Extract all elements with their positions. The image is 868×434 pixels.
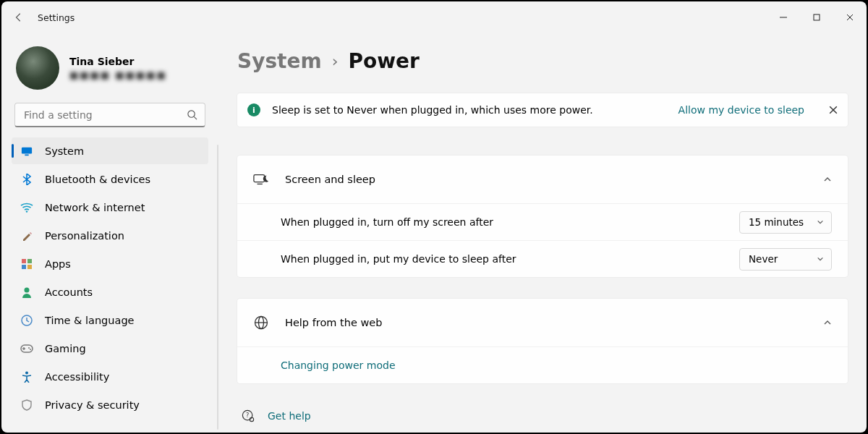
breadcrumb: System › Power <box>237 49 848 73</box>
chevron-down-icon <box>817 218 824 226</box>
titlebar-left: Settings <box>13 12 75 23</box>
card-title: Screen and sleep <box>285 174 807 185</box>
app-title: Settings <box>38 12 75 23</box>
svg-rect-8 <box>27 265 32 269</box>
bluetooth-icon <box>20 173 33 186</box>
user-block[interactable]: Tina Sieber ■■■■ ■■■■■ <box>1 36 218 103</box>
user-text: Tina Sieber ■■■■ ■■■■■ <box>69 56 167 80</box>
minimize-button[interactable] <box>767 1 800 33</box>
svg-point-9 <box>25 287 30 292</box>
row-label: When plugged in, turn off my screen afte… <box>281 216 739 228</box>
info-notice: i Sleep is set to Never when plugged in,… <box>237 93 848 127</box>
sleep-after-select[interactable]: Never <box>739 248 832 271</box>
screen-off-row: When plugged in, turn off my screen afte… <box>237 203 848 240</box>
svg-point-1 <box>188 111 195 117</box>
close-icon <box>829 106 838 114</box>
sidebar-scrollbar[interactable] <box>217 145 218 430</box>
get-help-link[interactable]: ? Get help <box>237 405 848 433</box>
allow-sleep-link[interactable]: Allow my device to sleep <box>678 104 804 116</box>
close-button[interactable] <box>833 1 867 33</box>
search-icon <box>187 109 197 120</box>
help-chat-icon: ? <box>242 409 255 422</box>
sidebar-item-label: Bluetooth & devices <box>45 174 150 185</box>
screen-and-sleep-card: Screen and sleep When plugged in, turn o… <box>237 156 848 277</box>
shield-icon <box>20 399 33 412</box>
titlebar: Settings <box>1 1 867 33</box>
accessibility-icon <box>20 370 33 383</box>
chevron-up-icon <box>823 318 832 327</box>
chevron-right-icon: › <box>332 52 339 70</box>
info-icon: i <box>247 103 260 116</box>
svg-text:?: ? <box>246 412 249 419</box>
svg-rect-5 <box>22 259 26 263</box>
sidebar-item-label: Apps <box>45 258 71 270</box>
sidebar-item-time-language[interactable]: Time & language <box>12 307 208 333</box>
gamepad-icon <box>20 342 33 355</box>
dismiss-notice-button[interactable] <box>829 106 838 114</box>
sidebar-item-bluetooth-devices[interactable]: Bluetooth & devices <box>12 166 208 192</box>
window-controls <box>767 1 867 33</box>
arrow-left-icon <box>14 12 24 22</box>
svg-rect-3 <box>25 154 28 156</box>
sidebar-item-label: Privacy & security <box>45 399 140 411</box>
card-title: Help from the web <box>285 317 807 328</box>
svg-rect-6 <box>27 259 32 263</box>
globe-icon <box>253 315 269 331</box>
svg-rect-15 <box>254 175 265 182</box>
sidebar-item-label: Gaming <box>45 343 86 354</box>
svg-rect-7 <box>22 265 26 269</box>
sidebar-item-accessibility[interactable]: Accessibility <box>12 363 208 390</box>
svg-point-4 <box>26 210 27 212</box>
chevron-down-icon <box>817 255 824 263</box>
sidebar-item-label: Accounts <box>45 286 93 298</box>
sidebar-item-system[interactable]: System <box>12 137 208 164</box>
sidebar-item-privacy-security[interactable]: Privacy & security <box>12 391 208 418</box>
clock-icon <box>20 314 33 327</box>
row-label: When plugged in, put my device to sleep … <box>281 253 739 265</box>
settings-window: Settings Tina Sieber ■■■■ ■■■■■ <box>1 1 867 433</box>
sidebar-item-label: Network & internet <box>45 202 145 213</box>
minimize-icon <box>780 14 787 21</box>
select-value: 15 minutes <box>749 216 804 228</box>
sidebar-item-label: Time & language <box>45 315 135 326</box>
page-title: Power <box>348 49 419 73</box>
apps-icon <box>20 258 33 271</box>
screen-and-sleep-header[interactable]: Screen and sleep <box>237 156 848 203</box>
sidebar-item-accounts[interactable]: Accounts <box>12 278 208 305</box>
changing-power-mode-link[interactable]: Changing power mode <box>281 359 396 371</box>
sidebar-item-gaming[interactable]: Gaming <box>12 335 208 362</box>
sidebar-item-personalization[interactable]: Personalization <box>12 222 208 249</box>
chevron-up-icon <box>823 175 832 184</box>
search-wrap <box>1 103 218 137</box>
select-value: Never <box>749 253 778 265</box>
svg-point-14 <box>25 371 28 374</box>
sidebar-item-label: Accessibility <box>45 371 109 383</box>
screen-sleep-icon <box>253 171 269 187</box>
sidebar-item-label: System <box>45 145 84 157</box>
user-sub: ■■■■ ■■■■■ <box>69 69 167 80</box>
screen-off-select[interactable]: 15 minutes <box>739 211 832 234</box>
sidebar-item-apps[interactable]: Apps <box>12 250 208 277</box>
main-content: System › Power i Sleep is set to Never w… <box>218 33 867 433</box>
sidebar-item-network-internet[interactable]: Network & internet <box>12 194 208 221</box>
svg-rect-2 <box>22 147 32 153</box>
breadcrumb-parent[interactable]: System <box>237 49 322 73</box>
help-web-header[interactable]: Help from the web <box>237 299 848 346</box>
brush-icon <box>20 229 33 242</box>
person-icon <box>20 286 33 299</box>
back-button[interactable] <box>13 12 25 23</box>
search-input[interactable] <box>22 109 187 122</box>
svg-point-12 <box>28 347 30 349</box>
body: Tina Sieber ■■■■ ■■■■■ SystemBluetooth &… <box>1 33 867 433</box>
sidebar-item-label: Personalization <box>45 230 124 242</box>
avatar <box>16 46 59 90</box>
help-link-row: Changing power mode <box>237 346 848 383</box>
sleep-after-row: When plugged in, put my device to sleep … <box>237 240 848 277</box>
wifi-icon <box>20 201 33 214</box>
sidebar: Tina Sieber ■■■■ ■■■■■ SystemBluetooth &… <box>1 33 218 433</box>
maximize-button[interactable] <box>800 1 833 33</box>
user-name: Tina Sieber <box>69 56 167 67</box>
help-web-card: Help from the web Changing power mode <box>237 299 848 383</box>
maximize-icon <box>813 14 820 21</box>
search-box[interactable] <box>14 103 205 127</box>
